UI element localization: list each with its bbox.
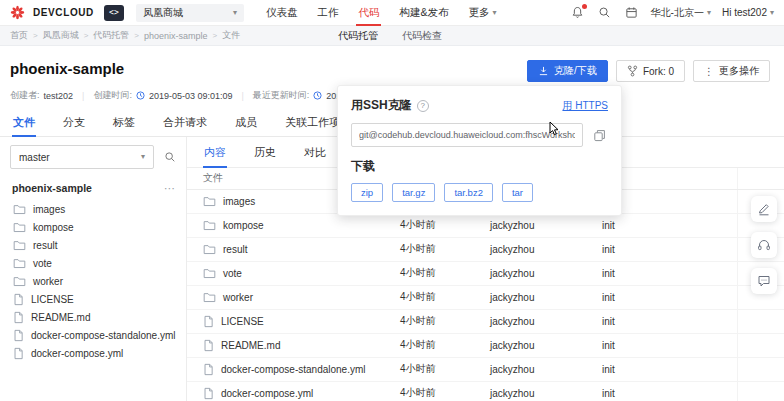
- clone-url-row: [351, 123, 608, 147]
- creator-label: 创建者:: [10, 89, 40, 102]
- file-name-cell: result: [187, 237, 392, 261]
- download-format-button[interactable]: tar.gz: [392, 183, 435, 202]
- chat-button[interactable]: [751, 268, 777, 294]
- breadcrumb-item[interactable]: 首页: [10, 29, 28, 42]
- nav-menu-item[interactable]: 构建&发布: [389, 0, 458, 26]
- file-link[interactable]: kompose: [187, 220, 392, 231]
- feedback-button[interactable]: [751, 196, 777, 222]
- repo-tab[interactable]: 关联工作项: [284, 108, 341, 136]
- file-name[interactable]: LICENSE: [221, 316, 264, 327]
- fork-button[interactable]: Fork: 0: [616, 60, 685, 82]
- file-name[interactable]: result: [223, 244, 247, 255]
- download-format-button[interactable]: tar.bz2: [444, 183, 493, 202]
- commit-message[interactable]: init: [594, 381, 737, 401]
- nav-menu-item[interactable]: 工作: [307, 0, 348, 26]
- user-menu[interactable]: Hi test202 ▾: [722, 7, 774, 18]
- commit-message[interactable]: init: [594, 357, 737, 381]
- tree-item[interactable]: vote: [10, 254, 178, 272]
- more-actions-button[interactable]: ⋮ 更多操作: [693, 60, 770, 82]
- more-actions-label: 更多操作: [719, 64, 759, 78]
- file-name[interactable]: images: [223, 196, 255, 207]
- folder-icon: [13, 222, 26, 233]
- tree-item[interactable]: README.md: [10, 308, 178, 326]
- file-link[interactable]: LICENSE: [187, 315, 392, 328]
- file-link[interactable]: docker-compose-standalone.yml: [187, 363, 392, 376]
- download-format-button[interactable]: tar: [502, 183, 533, 202]
- tree-search-button[interactable]: [162, 149, 178, 165]
- file-name-cell: docker-compose.yml: [187, 381, 392, 401]
- nav-menu-item[interactable]: 更多 ▾: [458, 0, 506, 26]
- region-select[interactable]: 华北-北京一 ▾: [651, 6, 711, 20]
- file-name[interactable]: docker-compose-standalone.yml: [221, 364, 366, 375]
- tree-item-label: docker-compose-standalone.yml: [31, 330, 176, 341]
- column-divider: [737, 333, 784, 357]
- tree-more-button[interactable]: ⋯: [164, 183, 176, 194]
- repo-tab[interactable]: 分支: [62, 108, 86, 136]
- ssh-url-input[interactable]: [351, 123, 583, 147]
- tree-item[interactable]: images: [10, 200, 178, 218]
- search-button[interactable]: [597, 5, 613, 21]
- commit-message[interactable]: init: [594, 333, 737, 357]
- breadcrumb-item[interactable]: 凤凰商城: [43, 29, 79, 42]
- breadcrumb-item[interactable]: 文件: [222, 29, 240, 42]
- commit-author: jackyzhou: [482, 213, 594, 237]
- file-name[interactable]: worker: [223, 292, 253, 303]
- calendar-button[interactable]: [624, 5, 640, 21]
- commit-message[interactable]: init: [594, 261, 737, 285]
- file-link[interactable]: result: [187, 244, 392, 255]
- brand-title: DEVCLOUD: [33, 7, 94, 18]
- tree-item[interactable]: LICENSE: [10, 290, 178, 308]
- chevron-down-icon: ▾: [233, 9, 237, 17]
- repo-tab-label: 标签: [113, 116, 135, 128]
- file-link[interactable]: worker: [187, 292, 392, 303]
- file-name[interactable]: vote: [223, 268, 242, 279]
- file-link[interactable]: README.md: [187, 339, 392, 352]
- repo-tab[interactable]: 合并请求: [162, 108, 208, 136]
- repo-tab-label: 成员: [235, 116, 257, 128]
- nav-menu-item[interactable]: 代码: [348, 0, 389, 26]
- file-link[interactable]: vote: [187, 268, 392, 279]
- tree-item[interactable]: worker: [10, 272, 178, 290]
- service-tab[interactable]: 代码检查: [402, 29, 442, 43]
- service-tab[interactable]: 代码托管: [338, 29, 378, 43]
- breadcrumb-item[interactable]: phoenix-sample: [144, 31, 208, 41]
- file-link[interactable]: docker-compose.yml: [187, 387, 392, 400]
- nav-menu-item[interactable]: 仪表盘: [256, 0, 308, 26]
- file-name[interactable]: kompose: [223, 220, 264, 231]
- commit-message[interactable]: init: [594, 309, 737, 333]
- file-name[interactable]: docker-compose.yml: [221, 388, 313, 399]
- clone-download-button[interactable]: 克隆/下载: [527, 60, 608, 82]
- folder-icon: [13, 258, 26, 269]
- commit-message[interactable]: init: [594, 237, 737, 261]
- content-tab[interactable]: 对比: [303, 137, 327, 167]
- content-tab[interactable]: 历史: [253, 137, 277, 167]
- support-button[interactable]: [751, 232, 777, 258]
- breadcrumb-item[interactable]: 代码托管: [93, 29, 129, 42]
- use-https-link[interactable]: 用 HTTPS: [562, 99, 608, 113]
- commit-time: 4小时前: [392, 381, 482, 401]
- branch-select[interactable]: master ▾: [10, 145, 154, 169]
- tree-item[interactable]: docker-compose-standalone.yml: [10, 326, 178, 344]
- notification-bell-button[interactable]: [570, 5, 586, 21]
- code-service-tile[interactable]: <>: [104, 5, 124, 21]
- download-icon: [538, 66, 549, 76]
- copy-button[interactable]: [590, 126, 608, 144]
- tree-item[interactable]: docker-compose.yml: [10, 344, 178, 362]
- chevron-down-icon: ▾: [707, 9, 711, 17]
- repo-tab[interactable]: 文件: [12, 108, 36, 136]
- repo-tab[interactable]: 标签: [112, 108, 136, 136]
- main-nav: 仪表盘 工作 代码 构建&发布 更多 ▾: [256, 0, 507, 25]
- search-icon: [598, 6, 611, 19]
- tree-item[interactable]: result: [10, 236, 178, 254]
- tree-item[interactable]: kompose: [10, 218, 178, 236]
- content-tab[interactable]: 内容: [203, 137, 227, 167]
- commit-message[interactable]: init: [594, 285, 737, 309]
- download-format-button[interactable]: zip: [351, 183, 383, 202]
- help-icon[interactable]: ?: [417, 100, 429, 112]
- project-select[interactable]: 凤凰商城 ▾: [136, 4, 244, 22]
- tree-item-label: worker: [33, 276, 63, 287]
- file-name[interactable]: README.md: [221, 340, 280, 351]
- repo-tab[interactable]: 成员: [234, 108, 258, 136]
- huawei-logo-icon[interactable]: [10, 5, 25, 20]
- commit-message[interactable]: init: [594, 213, 737, 237]
